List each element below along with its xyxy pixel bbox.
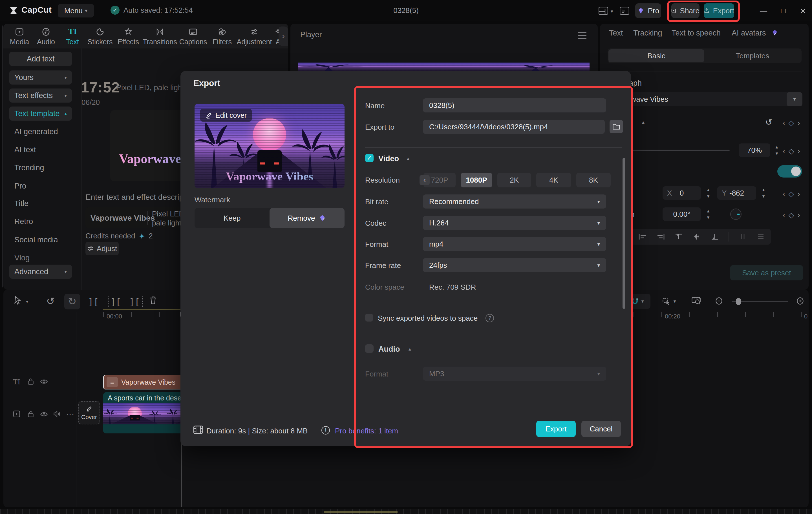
tab-captions[interactable]: Captions — [178, 27, 209, 46]
bitrate-select[interactable]: Recommended ▾ — [423, 194, 606, 209]
sidebar-item-ai-generated[interactable]: AI generated — [14, 127, 58, 136]
close-button[interactable]: × — [798, 5, 809, 16]
menu-button[interactable]: Menu ▾ — [58, 4, 94, 18]
eye-icon[interactable] — [40, 378, 48, 385]
video-checkbox[interactable]: ✓ — [365, 154, 374, 162]
y-position-box[interactable]: Y -862 — [717, 186, 756, 200]
more-options-icon[interactable]: ⋯ — [66, 409, 75, 419]
select-tool-chevron-icon[interactable]: ▾ — [26, 299, 28, 305]
step-up-icon[interactable]: ▴ — [762, 187, 765, 193]
lock-icon[interactable] — [27, 410, 34, 418]
collapse-icon[interactable]: ▲ — [641, 120, 645, 125]
sidebar-item-social-media[interactable]: Social media — [14, 236, 58, 244]
sidebar-text-template-button[interactable]: Text template ▴ — [9, 107, 72, 121]
tab-effects[interactable]: Effects — [114, 27, 142, 46]
tab-transitions[interactable]: Transitions — [142, 27, 178, 46]
tab-stickers[interactable]: Stickers — [86, 27, 114, 46]
adjust-button[interactable]: Adjust — [85, 242, 119, 255]
tab-text[interactable]: TI Text — [59, 27, 86, 46]
step-down-icon[interactable]: ▾ — [762, 193, 765, 199]
sidebar-item-pro[interactable]: Pro — [14, 182, 26, 190]
vertical-spacing-icon[interactable] — [738, 233, 747, 240]
delete-left-icon[interactable]: ][ — [108, 297, 121, 307]
inspector-tab-tracking[interactable]: Tracking — [633, 29, 662, 37]
edit-cover-button[interactable]: Edit cover — [200, 109, 252, 122]
redo-icon[interactable]: ↻ — [64, 294, 80, 309]
text-expand-button[interactable]: ▾ — [787, 92, 803, 106]
sidebar-item-vlog[interactable]: Vlog — [14, 253, 30, 262]
text-content-input[interactable]: Vaporwave Vibes — [606, 92, 789, 106]
resolution-chip-8k[interactable]: 8K — [576, 173, 611, 187]
split-icon[interactable]: ][ — [88, 297, 99, 307]
video-collapse-icon[interactable]: ▲ — [406, 156, 410, 161]
export-path-input[interactable]: C:/Users/93444/Videos/0328(5).mp4 — [423, 120, 605, 134]
keyframe-prev-icon[interactable]: ‹ — [783, 147, 785, 156]
subtab-templates[interactable]: Templates — [704, 49, 801, 62]
audio-checkbox[interactable] — [365, 344, 374, 353]
pro-badge[interactable]: Pro — [635, 3, 661, 18]
resolution-chip-4k[interactable]: 4K — [536, 173, 571, 187]
inspector-tab-text[interactable]: Text — [609, 29, 623, 37]
tab-audio[interactable]: Audio — [33, 27, 59, 46]
eye-icon[interactable] — [40, 411, 48, 418]
tab-adjustment[interactable]: Adjustment — [236, 27, 273, 46]
export-confirm-button[interactable]: Export — [536, 421, 576, 437]
trash-icon[interactable] — [149, 296, 157, 305]
cancel-button[interactable]: Cancel — [581, 421, 621, 437]
keyframe-add-icon[interactable]: ◇ — [789, 190, 794, 199]
keyframe-controls[interactable]: ‹ ◇ › — [783, 147, 800, 156]
sidebar-item-title[interactable]: Title — [14, 199, 28, 208]
sidebar-advanced-button[interactable]: Advanced ▾ — [9, 265, 72, 279]
keyframe-add-icon[interactable]: ◇ — [789, 147, 794, 156]
codec-select[interactable]: H.264 ▾ — [423, 216, 606, 230]
speaker-icon[interactable] — [53, 410, 61, 418]
inspector-tab-text-to-speech[interactable]: Text to speech — [672, 29, 721, 37]
align-right-icon[interactable] — [656, 233, 665, 240]
export-button-top[interactable]: Export — [704, 3, 734, 18]
minimize-button[interactable]: — — [758, 5, 769, 16]
align-left-icon[interactable] — [638, 233, 647, 240]
keyframe-controls[interactable]: ‹ ◇ › — [783, 119, 800, 127]
help-icon[interactable]: ? — [486, 314, 494, 322]
timeline-zoom-slider[interactable] — [732, 301, 788, 302]
share-button[interactable]: Share — [671, 3, 699, 18]
format-select[interactable]: mp4 ▾ — [423, 237, 606, 251]
resolution-chip-1080p[interactable]: 1080P — [461, 173, 492, 187]
reset-icon[interactable]: ↺ — [765, 117, 772, 127]
save-as-preset-button[interactable]: Save as preset — [730, 265, 803, 280]
x-stepper[interactable]: ▴ ▾ — [704, 186, 713, 200]
scale-value-box[interactable]: 70% — [739, 144, 770, 157]
tab-filters[interactable]: Filters — [209, 27, 236, 46]
watermark-remove-button[interactable]: Remove — [269, 208, 345, 228]
sidebar-yours-button[interactable]: Yours ▾ — [9, 70, 72, 85]
step-up-icon[interactable]: ▴ — [707, 187, 709, 193]
undo-icon[interactable]: ↺ — [46, 295, 55, 307]
pro-benefits-link[interactable]: Pro benefits: 1 item — [335, 427, 398, 435]
keyframe-next-icon[interactable]: › — [798, 190, 800, 199]
maximize-button[interactable]: □ — [778, 5, 789, 16]
keyframe-controls[interactable]: ‹ ◇ › — [783, 190, 800, 199]
zoom-slider-handle[interactable] — [736, 298, 741, 305]
resolution-prev-icon[interactable]: ‹ — [419, 175, 430, 185]
dialog-scrollbar[interactable] — [622, 158, 625, 309]
rotation-stepper[interactable]: ▴ ▾ — [704, 207, 713, 221]
delete-right-icon[interactable]: ][ — [129, 297, 143, 307]
sync-space-checkbox[interactable] — [365, 314, 373, 322]
sidebar-item-ai-text[interactable]: AI text — [14, 145, 36, 154]
zoom-out-icon[interactable] — [715, 297, 723, 305]
sidebar-item-trending[interactable]: Trending — [14, 163, 44, 172]
scale-toggle[interactable] — [777, 165, 802, 178]
browse-folder-button[interactable] — [610, 120, 623, 133]
inspector-tab-ai-avatars[interactable]: AI avatars — [732, 29, 766, 37]
align-top-icon[interactable] — [674, 233, 683, 240]
zoom-in-icon[interactable] — [796, 297, 804, 305]
lock-icon[interactable] — [27, 377, 34, 386]
resolution-chip-2k[interactable]: 2K — [497, 173, 531, 187]
player-menu-icon[interactable] — [578, 32, 586, 40]
zoom-fit-icon[interactable] — [691, 297, 701, 305]
step-down-icon[interactable]: ▾ — [776, 150, 778, 156]
keyframe-controls[interactable]: ‹ ◇ › — [783, 211, 800, 219]
select-tool-icon[interactable] — [13, 296, 22, 305]
keyframe-next-icon[interactable]: › — [798, 211, 800, 219]
y-stepper[interactable]: ▴ ▾ — [759, 186, 768, 200]
